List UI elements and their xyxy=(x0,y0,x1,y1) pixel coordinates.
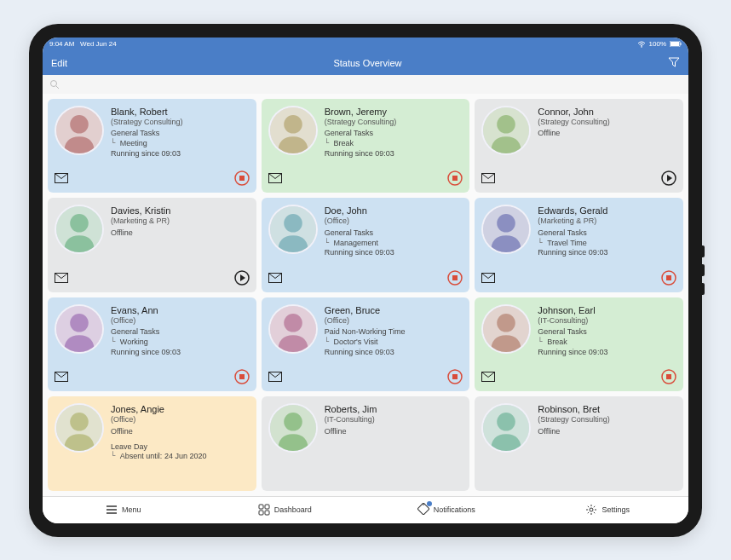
card-task: General Tasks xyxy=(111,129,183,139)
avatar xyxy=(481,403,531,453)
filter-button[interactable] xyxy=(668,56,680,70)
stop-button[interactable] xyxy=(661,369,676,384)
tab-settings-label: Settings xyxy=(601,505,630,514)
svg-rect-48 xyxy=(666,374,671,379)
mail-button[interactable] xyxy=(55,173,68,183)
card-subtask: Meeting xyxy=(116,139,183,149)
mail-button[interactable] xyxy=(55,372,68,382)
card-name: Blank, Robert xyxy=(111,106,183,118)
tab-menu[interactable]: Menu xyxy=(43,497,204,523)
card-dept: (Marketing & PR) xyxy=(111,216,170,227)
stop-button[interactable] xyxy=(234,170,250,186)
svg-point-30 xyxy=(498,214,516,233)
card-dept: (IT-Consulting) xyxy=(325,415,377,425)
stop-button[interactable] xyxy=(447,369,463,384)
person-card[interactable]: Johnson, Earl (IT-Consulting) General Ta… xyxy=(475,297,683,392)
svg-rect-58 xyxy=(259,505,263,509)
mail-button[interactable] xyxy=(268,372,282,382)
tab-notifications[interactable]: Notifications xyxy=(366,497,527,523)
card-name: Johnson, Earl xyxy=(538,304,607,316)
card-name: Green, Bruce xyxy=(325,304,406,316)
svg-point-45 xyxy=(498,314,516,332)
mail-button[interactable] xyxy=(481,273,495,283)
card-subtask: Management xyxy=(330,239,394,249)
card-subtask: Travel Time xyxy=(543,239,607,249)
card-dept: (Marketing & PR) xyxy=(538,216,607,227)
svg-point-7 xyxy=(70,115,89,134)
avatar xyxy=(481,304,531,354)
svg-rect-38 xyxy=(239,374,245,379)
edit-button[interactable]: Edit xyxy=(51,58,67,68)
mail-button[interactable] xyxy=(481,173,495,183)
card-running: Running since 09:03 xyxy=(325,248,394,258)
svg-point-0 xyxy=(641,46,642,48)
search-bar[interactable] xyxy=(43,75,688,94)
card-task: Offline xyxy=(111,427,206,437)
person-card[interactable]: Davies, Kristin (Marketing & PR) Offline xyxy=(48,198,256,292)
svg-rect-43 xyxy=(452,374,458,379)
svg-point-52 xyxy=(284,413,302,431)
search-icon xyxy=(49,79,60,89)
tab-menu-label: Menu xyxy=(122,505,141,514)
svg-point-4 xyxy=(51,80,57,86)
card-name: Connor, John xyxy=(538,106,610,118)
avatar xyxy=(268,304,318,354)
svg-rect-33 xyxy=(666,275,671,280)
stop-button[interactable] xyxy=(661,270,676,286)
person-card[interactable]: Connor, John (Strategy Consulting) Offli… xyxy=(475,99,683,193)
card-running: Running since 09:03 xyxy=(111,149,183,159)
svg-rect-10 xyxy=(239,176,245,181)
person-card[interactable]: Edwards, Gerald (Marketing & PR) General… xyxy=(475,198,683,292)
card-subtask: Break xyxy=(543,338,607,348)
avatar xyxy=(55,205,104,254)
person-card[interactable]: Evans, Ann (Office) General Tasks Workin… xyxy=(48,297,256,392)
avatar xyxy=(481,205,531,254)
wifi-icon xyxy=(637,41,646,48)
svg-line-5 xyxy=(56,86,59,89)
person-card[interactable]: Roberts, Jim (IT-Consulting) Offline xyxy=(262,396,470,491)
card-task: Offline xyxy=(111,228,170,239)
card-dept: (Office) xyxy=(111,316,181,326)
person-card[interactable]: Brown, Jeremy (Strategy Consulting) Gene… xyxy=(262,99,470,193)
status-time: 9:04 AM xyxy=(49,40,74,48)
tab-dashboard[interactable]: Dashboard xyxy=(204,497,366,523)
card-name: Brown, Jeremy xyxy=(325,106,397,118)
filter-icon xyxy=(668,56,680,68)
tab-notifications-label: Notifications xyxy=(434,505,475,514)
svg-point-21 xyxy=(70,214,89,233)
person-card[interactable]: Blank, Robert (Strategy Consulting) Gene… xyxy=(48,99,256,193)
card-dept: (Strategy Consulting) xyxy=(538,415,610,425)
svg-rect-2 xyxy=(671,42,679,46)
svg-rect-3 xyxy=(681,43,682,45)
mail-button[interactable] xyxy=(55,273,68,283)
person-card[interactable]: Doe, John (Office) General Tasks Managem… xyxy=(262,198,470,292)
card-name: Edwards, Gerald xyxy=(538,205,607,216)
play-button[interactable] xyxy=(234,270,250,286)
card-name: Evans, Ann xyxy=(111,304,181,316)
stop-button[interactable] xyxy=(447,170,463,186)
play-button[interactable] xyxy=(661,170,676,186)
card-task: General Tasks xyxy=(111,327,181,338)
stop-button[interactable] xyxy=(234,369,250,384)
card-dept: (Strategy Consulting) xyxy=(111,118,183,128)
tab-settings[interactable]: Settings xyxy=(527,497,689,523)
stop-button[interactable] xyxy=(447,270,463,286)
person-card[interactable]: Jones, Angie (Office) Offline Leave DayA… xyxy=(48,396,256,491)
mail-button[interactable] xyxy=(268,273,282,283)
card-subtask: Doctor's Visit xyxy=(330,338,406,348)
person-card[interactable]: Robinson, Bret (Strategy Consulting) Off… xyxy=(475,396,683,491)
avatar xyxy=(55,304,104,354)
page-title: Status Overview xyxy=(67,58,668,68)
card-dept: (Strategy Consulting) xyxy=(538,118,610,128)
avatar xyxy=(268,205,318,254)
tablet-frame: 9:04 AM Wed Jun 24 100% Edit Status Over… xyxy=(29,24,702,537)
avatar xyxy=(268,106,318,155)
status-date: Wed Jun 24 xyxy=(80,40,117,48)
mail-button[interactable] xyxy=(268,173,282,183)
mail-button[interactable] xyxy=(481,372,495,382)
card-name: Davies, Kristin xyxy=(111,205,170,216)
person-card[interactable]: Green, Bruce (Office) Paid Non-Working T… xyxy=(262,297,470,392)
card-dept: (Strategy Consulting) xyxy=(325,118,397,128)
card-running: Running since 09:03 xyxy=(538,248,607,258)
svg-rect-61 xyxy=(265,511,269,515)
